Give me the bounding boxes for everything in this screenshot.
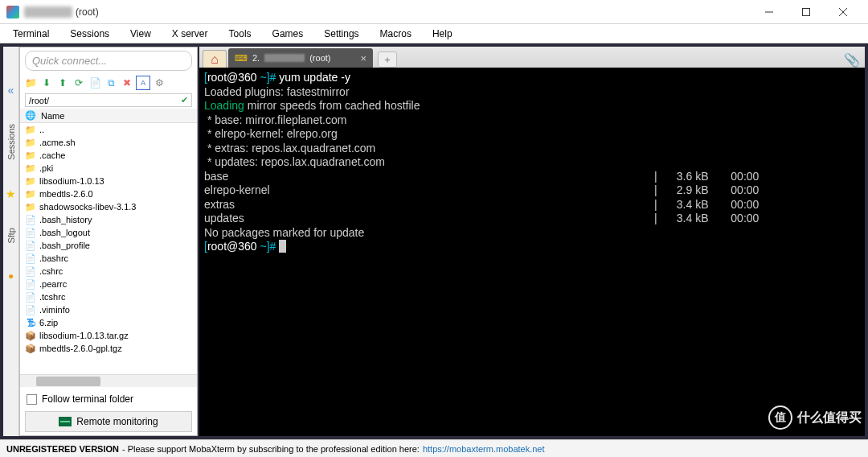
app-icon: [6, 6, 19, 19]
file-name: .cshrc: [39, 266, 63, 276]
sftp-panel: Quick connect... 📁 ⬇ ⬆ ⟳ 📄 ⧉ ✖ A ⚙ /root…: [19, 47, 198, 436]
delete-icon[interactable]: ✖: [120, 76, 134, 90]
file-name: .pki: [39, 163, 53, 173]
window-title: (root): [76, 6, 99, 18]
home-tab[interactable]: ⌂: [203, 50, 227, 68]
status-bold: UNREGISTERED VERSION: [6, 444, 119, 454]
tab-host-blur: [264, 54, 305, 62]
close-button[interactable]: [825, 0, 862, 24]
file-name: .bash_profile: [39, 241, 90, 250]
quick-connect-input[interactable]: Quick connect...: [25, 51, 192, 71]
title-host-blur: [24, 6, 72, 18]
globe-icon: 🌐: [25, 110, 36, 121]
file-name: .viminfo: [39, 305, 70, 315]
maximize-button[interactable]: [788, 0, 825, 24]
file-name: libsodium-1.0.13.tar.gz: [39, 331, 129, 340]
download-icon[interactable]: ⬇: [39, 76, 54, 90]
remote-monitoring-label: Remote monitoring: [76, 416, 158, 427]
file-row[interactable]: 📄.viminfo: [20, 303, 197, 316]
tab-prefix: 2.: [252, 53, 260, 63]
copy-icon[interactable]: ⧉: [104, 76, 118, 90]
favorites-icon[interactable]: ★: [6, 187, 16, 200]
file-row[interactable]: 📦libsodium-1.0.13.tar.gz: [20, 329, 197, 342]
text-icon[interactable]: A: [136, 76, 150, 90]
file-row[interactable]: 📁shadowsocks-libev-3.1.3: [20, 200, 197, 213]
file-list-header[interactable]: 🌐 Name: [20, 109, 197, 123]
file-name: .bash_history: [39, 215, 92, 224]
status-text: - Please support MobaXterm by subscribin…: [122, 444, 420, 454]
main-area: « Sessions ★ Sftp ● Quick connect... 📁 ⬇…: [0, 43, 868, 439]
remote-monitoring-button[interactable]: Remote monitoring: [25, 411, 192, 432]
file-name: .acme.sh: [39, 138, 76, 147]
tab-strip: ⌂ ⌨ 2. (root) × ＋ 📎: [199, 47, 865, 68]
svg-rect-1: [803, 8, 810, 15]
file-row[interactable]: 📁.cache: [20, 149, 197, 162]
file-name: .cache: [39, 150, 65, 160]
sftp-toolbar: 📁 ⬇ ⬆ ⟳ 📄 ⧉ ✖ A ⚙: [20, 74, 197, 92]
menu-view[interactable]: View: [125, 27, 156, 41]
menu-help[interactable]: Help: [428, 27, 457, 41]
file-row[interactable]: 📁libsodium-1.0.13: [20, 175, 197, 187]
file-name: mbedtls-2.6.0: [39, 189, 93, 199]
file-row[interactable]: 📁.acme.sh: [20, 136, 197, 149]
new-folder-icon[interactable]: 📁: [23, 76, 38, 90]
side-tabs: « Sessions ★ Sftp ●: [3, 47, 19, 436]
file-row[interactable]: 📄.bashrc: [20, 252, 197, 265]
file-row[interactable]: 📦mbedtls-2.6.0-gpl.tgz: [20, 342, 197, 355]
file-name: .tcshrc: [39, 292, 65, 302]
file-row[interactable]: 📄.bash_logout: [20, 226, 197, 239]
right-area: ⌂ ⌨ 2. (root) × ＋ 📎 [root@360 ~]# yum up…: [199, 47, 865, 436]
file-row[interactable]: 📄.pearrc: [20, 278, 197, 290]
new-file-icon[interactable]: 📄: [88, 76, 102, 90]
file-row[interactable]: 📁mbedtls-2.6.0: [20, 187, 197, 200]
refresh-icon[interactable]: ⟳: [72, 76, 86, 90]
menu-terminal[interactable]: Terminal: [8, 27, 54, 41]
tab-close-icon[interactable]: ×: [360, 52, 366, 64]
terminal[interactable]: [root@360 ~]# yum update -yLoaded plugin…: [199, 68, 865, 436]
menu-games[interactable]: Games: [268, 27, 309, 41]
home-icon: ⌂: [211, 52, 219, 67]
status-bar: UNREGISTERED VERSION - Please support Mo…: [0, 439, 868, 457]
file-name: ..: [39, 125, 44, 134]
menu-macros[interactable]: Macros: [375, 27, 416, 41]
collapse-sidebar-icon[interactable]: «: [8, 84, 14, 97]
file-name: .bashrc: [39, 253, 68, 263]
title-bar: (root): [0, 0, 868, 24]
minimize-button[interactable]: [751, 0, 788, 24]
file-row[interactable]: 📄.cshrc: [20, 265, 197, 278]
new-tab-button[interactable]: ＋: [378, 51, 397, 68]
file-name: libsodium-1.0.13: [39, 176, 104, 186]
file-name: .pearrc: [39, 279, 67, 289]
follow-terminal-row[interactable]: Follow terminal folder: [25, 390, 192, 408]
terminal-tab-icon: ⌨: [235, 53, 248, 64]
path-ok-icon: ✔: [181, 95, 188, 105]
file-row[interactable]: 📁..: [20, 123, 197, 136]
file-row[interactable]: 📄.bash_profile: [20, 239, 197, 252]
menu-sessions[interactable]: Sessions: [65, 27, 114, 41]
file-row[interactable]: 🗜6.zip: [20, 316, 197, 329]
file-row[interactable]: 📁.pki: [20, 162, 197, 175]
file-list[interactable]: 📁..📁.acme.sh📁.cache📁.pki📁libsodium-1.0.1…: [20, 123, 197, 374]
side-tab-sftp[interactable]: Sftp: [6, 224, 17, 247]
menu-settings[interactable]: Settings: [319, 27, 363, 41]
session-tab[interactable]: ⌨ 2. (root) ×: [228, 48, 373, 68]
status-link[interactable]: https://mobaxterm.mobatek.net: [423, 444, 545, 454]
horizontal-scrollbar[interactable]: [20, 374, 197, 387]
follow-checkbox[interactable]: [27, 394, 37, 405]
file-name: 6.zip: [39, 318, 58, 327]
upload-icon[interactable]: ⬆: [55, 76, 70, 90]
file-name: .bash_logout: [39, 228, 90, 237]
file-row[interactable]: 📄.tcshrc: [20, 290, 197, 303]
paperclip-icon[interactable]: 📎: [844, 52, 860, 68]
file-row[interactable]: 📄.bash_history: [20, 213, 197, 226]
menu-xserver[interactable]: X server: [167, 27, 213, 41]
menu-tools[interactable]: Tools: [224, 27, 256, 41]
monitor-icon: [59, 417, 72, 426]
side-tab-sessions[interactable]: Sessions: [6, 121, 17, 163]
menu-bar: Terminal Sessions View X server Tools Ga…: [0, 24, 868, 43]
settings-icon[interactable]: ⚙: [152, 76, 166, 90]
follow-label: Follow terminal folder: [42, 393, 133, 405]
tab-suffix: (root): [309, 53, 330, 63]
path-bar[interactable]: /root/ ✔: [25, 93, 192, 107]
file-name: shadowsocks-libev-3.1.3: [39, 202, 136, 212]
